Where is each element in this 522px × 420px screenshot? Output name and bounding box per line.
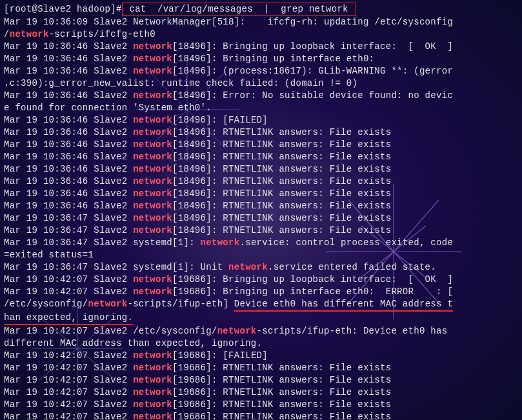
log-text: [18496]: (process:18617): GLib-WARNING *… [172,66,453,76]
log-line: Mar 19 10:42:07 Slave2 network[19686]: R… [4,399,518,411]
log-line: Mar 19 10:42:07 Slave2 network[19686]: R… [4,411,518,420]
log-text: Mar 19 10:42:07 Slave2 [4,387,133,397]
log-line: =exited status=1 [4,249,518,261]
log-text: Mar 19 10:42:07 Slave2 [4,350,133,361]
log-line: Mar 19 10:36:46 Slave2 network[18496]: R… [4,126,518,139]
grep-match: network [133,350,172,361]
prompt-line: [root@Slave2 hadoop]# cat /var/log/messa… [4,3,518,16]
log-text: [19686]: [FAILED] [172,350,268,361]
grep-match: network [133,66,172,76]
log-text: Mar 19 10:42:07 Slave2 [4,412,133,420]
log-text: [19686]: Bringing up interface eth0: ERR… [172,286,453,297]
log-line: Mar 19 10:36:46 Slave2 network[18496]: R… [4,188,518,200]
log-text: Mar 19 10:42:07 Slave2 /etc/sysconfig/ [4,326,217,336]
grep-match: network [133,115,172,125]
log-text: [18496]: RTNETLINK answers: File exists [172,139,391,150]
log-text: Mar 19 10:36:46 Slave2 [4,115,133,125]
log-line: Mar 19 10:42:07 Slave2 network[19686]: B… [4,274,518,286]
annotated-text: han expected, ignoring. [4,312,133,325]
log-text: Mar 19 10:36:46 Slave2 [4,152,133,162]
log-text: Mar 19 10:42:07 Slave2 [4,399,133,410]
log-text: [18496]: RTNETLINK answers: File exists [172,152,391,162]
log-text: [19686]: RTNETLINK answers: File exists [172,387,391,397]
log-text: -scripts/ifup-eth: Device eth0 has [257,326,454,336]
grep-match: network [133,164,172,174]
log-line: Mar 19 10:36:46 Slave2 network[18496]: E… [4,90,518,102]
grep-match: network [133,41,172,52]
log-text: Mar 19 10:36:46 Slave2 [4,54,133,64]
log-line: Mar 19 10:36:46 Slave2 network[18496]: R… [4,151,518,163]
log-text: Mar 19 10:36:09 Slave2 NetworkManager[51… [4,17,453,27]
grep-match: network [217,326,257,336]
log-text: [18496]: RTNETLINK answers: File exists [172,201,391,211]
log-text: [18496]: RTNETLINK answers: File exists [172,164,391,174]
grep-match: network [133,176,172,186]
log-text: -scripts/ifcfg-eth0 [49,29,156,39]
log-line: Mar 19 10:36:47 Slave2 systemd[1]: Unit … [4,261,518,274]
log-line: Mar 19 10:36:09 Slave2 NetworkManager[51… [4,16,518,28]
log-text: /etc/sysconfig/ [4,299,88,309]
grep-match: network [133,363,172,373]
log-text: [18496]: Bringing up interface eth0: [172,54,374,64]
log-text: Mar 19 10:36:46 Slave2 [4,201,133,211]
log-line: Mar 19 10:42:07 Slave2 network[19686]: B… [4,286,518,298]
log-line: Mar 19 10:36:46 Slave2 network[18496]: R… [4,139,518,151]
log-line: Mar 19 10:36:46 Slave2 network[18496]: R… [4,200,518,212]
log-line: Mar 19 10:36:47 Slave2 network[18496]: R… [4,225,518,237]
grep-match: network [133,152,172,162]
grep-match: network [10,29,49,39]
log-line: /network-scripts/ifcfg-eth0 [4,28,518,41]
grep-match: network [133,213,172,223]
log-text: e found for connection 'System eth0'. [4,103,212,113]
log-line: Mar 19 10:42:07 Slave2 network[19686]: R… [4,386,518,399]
log-line: Mar 19 10:42:07 Slave2 network[19686]: R… [4,374,518,386]
log-line: different MAC address than expected, ign… [4,337,518,350]
grep-match: network [133,399,172,410]
log-text: =exited status=1 [4,250,94,260]
log-line: Mar 19 10:36:47 Slave2 network[18496]: R… [4,212,518,225]
log-line: e found for connection 'System eth0'. [4,102,518,114]
grep-match: network [133,54,172,64]
log-text: [18496]: RTNETLINK answers: File exists [172,188,391,199]
log-line: Mar 19 10:36:46 Slave2 network[18496]: (… [4,65,518,77]
log-text: .c:390):g_error_new_valist: runtime chec… [4,78,357,88]
grep-match: network [133,90,172,101]
grep-match: network [133,225,172,235]
log-text: Mar 19 10:36:47 Slave2 [4,213,133,223]
log-text: Mar 19 10:42:07 Slave2 [4,375,133,385]
log-text: Mar 19 10:36:46 Slave2 [4,127,133,137]
log-text: -scripts/ifup-eth] [127,299,234,309]
grep-match: network [133,127,172,137]
log-text: Mar 19 10:36:47 Slave2 [4,225,133,235]
log-text: .service entered failed state. [268,262,436,272]
grep-match: network [201,237,240,248]
shell-command[interactable]: cat /var/log/messages | grep network [122,3,356,16]
log-text: different MAC address than expected, ign… [4,338,262,348]
log-text: Mar 19 10:36:46 Slave2 [4,66,133,76]
terminal-output[interactable]: [root@Slave2 hadoop]# cat /var/log/messa… [0,0,522,420]
log-text: .service: control process exited, code [239,237,453,248]
log-text: Mar 19 10:36:47 Slave2 systemd[1]: [4,237,201,248]
log-text: Mar 19 10:36:46 Slave2 [4,188,133,199]
log-text: [19686]: RTNETLINK answers: File exists [172,363,391,373]
grep-match: network [133,274,172,285]
log-text: Mar 19 10:36:46 Slave2 [4,176,133,186]
annotated-text: Device eth0 has different MAC address t [234,298,453,312]
log-line: han expected, ignoring. [4,312,518,325]
log-text: Mar 19 10:36:46 Slave2 [4,139,133,150]
log-line: Mar 19 10:42:07 Slave2 /etc/sysconfig/ne… [4,325,518,337]
log-text: Mar 19 10:42:07 Slave2 [4,286,133,297]
log-text: [18496]: RTNETLINK answers: File exists [172,127,391,137]
log-text: Mar 19 10:42:07 Slave2 [4,363,133,373]
log-text: Mar 19 10:42:07 Slave2 [4,274,133,285]
log-text: [19686]: RTNETLINK answers: File exists [172,412,391,420]
log-text: [19686]: RTNETLINK answers: File exists [172,399,391,410]
log-text: Mar 19 10:36:46 Slave2 [4,164,133,174]
log-text: [18496]: RTNETLINK answers: File exists [172,176,391,186]
log-line: Mar 19 10:36:47 Slave2 systemd[1]: netwo… [4,237,518,249]
log-line: Mar 19 10:36:46 Slave2 network[18496]: [… [4,114,518,126]
log-line: Mar 19 10:42:07 Slave2 network[19686]: R… [4,362,518,374]
grep-match: network [133,412,172,420]
shell-prompt: [root@Slave2 hadoop]# [4,4,122,14]
log-line: .c:390):g_error_new_valist: runtime chec… [4,77,518,90]
